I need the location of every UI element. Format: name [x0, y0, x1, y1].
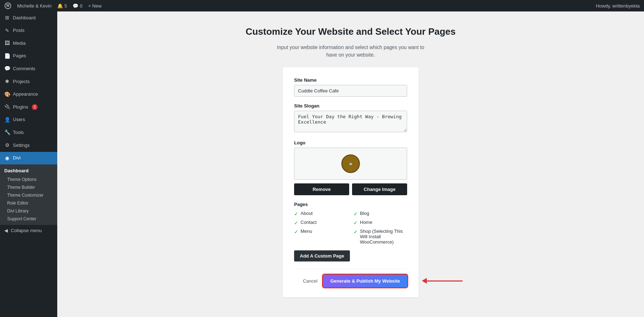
divi-sub-support-center[interactable]: Support Center: [0, 215, 57, 223]
logo-label: Logo: [294, 140, 407, 145]
sidebar-item-settings[interactable]: ⚙ Settings: [0, 139, 57, 152]
divi-sub-role-editor[interactable]: Role Editor: [0, 199, 57, 207]
sidebar-item-appearance[interactable]: 🎨 Appearance: [0, 88, 57, 101]
divi-submenu-title: Dashboard: [0, 167, 57, 176]
posts-icon: ✎: [4, 27, 10, 34]
page-label-menu: Menu: [301, 229, 312, 234]
site-name-field: Site Name: [294, 77, 407, 97]
sidebar-item-posts[interactable]: ✎ Posts: [0, 24, 57, 37]
svg-text:W: W: [6, 4, 10, 8]
remove-button[interactable]: Remove: [294, 183, 349, 195]
page-label-contact: Contact: [301, 220, 317, 225]
howdy-text: Howdy, writtenbyekta: [596, 3, 640, 9]
settings-icon: ⚙: [4, 142, 10, 149]
plugins-badge: 3: [32, 104, 38, 110]
sidebar-label-divi: Divi: [13, 155, 21, 161]
site-slogan-input[interactable]: Fuel Your Day the Right Way - Brewing Ex…: [294, 111, 407, 132]
users-icon: 👤: [4, 116, 10, 124]
main-content: Customize Your Website and Select Your P…: [57, 11, 644, 317]
divi-sub-theme-customizer[interactable]: Theme Customizer: [0, 191, 57, 199]
page-label-about: About: [301, 211, 313, 216]
comment-icon: 💬: [73, 3, 78, 9]
sidebar-label-media: Media: [13, 40, 25, 47]
site-slogan-label: Site Slogan: [294, 103, 407, 109]
logo-text: ☕: [349, 162, 352, 165]
check-about: ✓: [294, 211, 298, 217]
sidebar-label-appearance: Appearance: [13, 91, 38, 97]
sidebar-label-users: Users: [13, 116, 25, 123]
updates-link[interactable]: 💬 0: [73, 3, 82, 9]
red-arrow-indicator: [422, 278, 463, 284]
pages-icon: 📄: [4, 53, 10, 60]
arrowhead-icon: [422, 278, 427, 284]
sidebar-label-projects: Projects: [13, 78, 30, 85]
page-item-menu: ✓ Menu: [294, 229, 348, 245]
sidebar-item-dashboard[interactable]: ⊞ Dashboard: [0, 11, 57, 24]
sidebar-item-media[interactable]: 🖼 Media: [0, 37, 57, 50]
pages-grid: ✓ About ✓ Blog ✓ Contact ✓ Home: [294, 211, 407, 245]
page-item-home: ✓ Home: [353, 220, 407, 226]
wp-logo[interactable]: W: [4, 2, 11, 9]
collapse-label: Collapse menu: [11, 228, 42, 233]
sidebar-item-comments[interactable]: 💬 Comments: [0, 62, 57, 75]
sidebar-label-dashboard: Dashboard: [13, 15, 36, 21]
sidebar-menu: ⊞ Dashboard ✎ Posts 🖼 Media 📄 Pages 💬 Co…: [0, 11, 57, 152]
page-item-shop: ✓ Shop (Selecting This Will Install WooC…: [353, 229, 407, 245]
bubble-icon: 🔔: [57, 3, 63, 9]
logo-field: Logo ☕ Remove Change Image: [294, 140, 407, 195]
page-item-about: ✓ About: [294, 211, 348, 217]
site-name-text: Michelle & Kevin: [17, 3, 52, 9]
sidebar-label-pages: Pages: [13, 53, 26, 59]
page-label-blog: Blog: [360, 211, 369, 216]
new-content-link[interactable]: + New: [88, 3, 102, 9]
check-blog: ✓: [353, 211, 358, 217]
tools-icon: 🔧: [4, 129, 10, 136]
dashboard-icon: ⊞: [4, 14, 10, 21]
appearance-icon: 🎨: [4, 91, 10, 98]
check-contact: ✓: [294, 220, 298, 226]
check-home: ✓: [353, 220, 358, 226]
add-custom-page-button[interactable]: Add A Custom Page: [294, 250, 350, 261]
sidebar-item-plugins[interactable]: 🔌 Plugins 3: [0, 101, 57, 114]
site-slogan-field: Site Slogan Fuel Your Day the Right Way …: [294, 103, 407, 134]
divi-submenu: Dashboard Theme Options Theme Builder Th…: [0, 164, 57, 225]
admin-bar: W Michelle & Kevin 🔔 5 💬 0 + New Howdy, …: [0, 0, 644, 11]
divi-icon: ◉: [4, 155, 10, 162]
media-icon: 🖼: [4, 40, 10, 47]
page-label-shop: Shop (Selecting This Will Install WooCom…: [360, 229, 407, 245]
comments-link[interactable]: 🔔 5: [57, 3, 67, 9]
sidebar-label-comments: Comments: [13, 66, 35, 72]
collapse-icon: ◀: [4, 228, 8, 233]
logo-buttons: Remove Change Image: [294, 183, 407, 195]
page-item-contact: ✓ Contact: [294, 220, 348, 226]
change-image-button[interactable]: Change Image: [352, 183, 407, 195]
sidebar-item-divi[interactable]: ◉ Divi: [0, 152, 57, 165]
sidebar-label-tools: Tools: [13, 129, 24, 136]
sidebar: ⊞ Dashboard ✎ Posts 🖼 Media 📄 Pages 💬 Co…: [0, 11, 57, 317]
logo-image: ☕: [341, 154, 360, 173]
cancel-button[interactable]: Cancel: [303, 278, 317, 284]
sidebar-item-pages[interactable]: 📄 Pages: [0, 50, 57, 63]
page-title: Customize Your Website and Select Your P…: [245, 26, 455, 38]
pages-section: Pages ✓ About ✓ Blog ✓ Contact: [294, 202, 407, 269]
check-shop: ✓: [353, 229, 358, 235]
divi-sub-theme-builder[interactable]: Theme Builder: [0, 183, 57, 191]
page-subtitle: Input your website information and selec…: [275, 44, 426, 59]
site-name[interactable]: Michelle & Kevin: [17, 3, 52, 9]
customize-card: Site Name Site Slogan Fuel Your Day the …: [283, 67, 419, 297]
sidebar-item-projects[interactable]: ✱ Projects: [0, 75, 57, 88]
updates-count: 0: [80, 3, 82, 9]
page-label-home: Home: [360, 220, 372, 225]
divi-sub-theme-options[interactable]: Theme Options: [0, 176, 57, 183]
divi-sub-divi-library[interactable]: Divi Library: [0, 207, 57, 215]
sidebar-label-settings: Settings: [13, 142, 30, 149]
sidebar-item-users[interactable]: 👤 Users: [0, 114, 57, 126]
check-menu: ✓: [294, 229, 298, 235]
site-name-label: Site Name: [294, 77, 407, 83]
new-label: + New: [88, 3, 102, 9]
site-name-input[interactable]: [294, 85, 407, 97]
pages-label: Pages: [294, 202, 407, 207]
collapse-menu[interactable]: ◀ Collapse menu: [0, 225, 57, 236]
sidebar-item-tools[interactable]: 🔧 Tools: [0, 126, 57, 139]
generate-publish-button[interactable]: Generate & Publish My Website: [323, 275, 407, 287]
